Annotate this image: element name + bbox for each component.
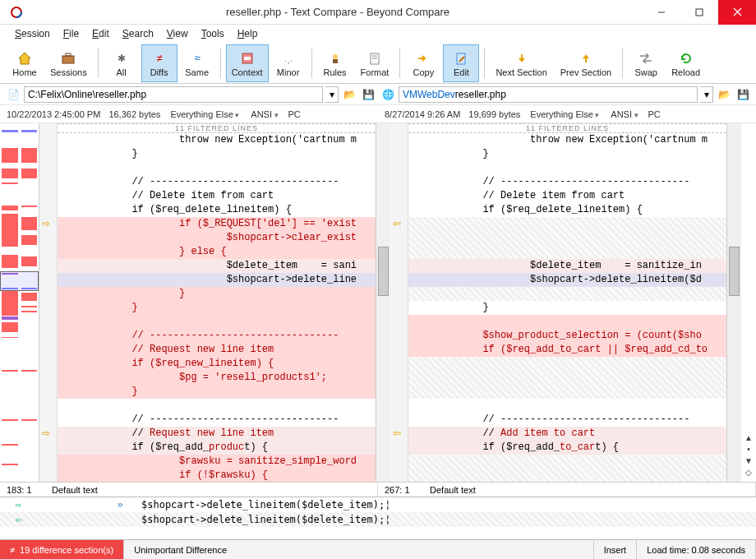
toolbar-context-button[interactable]: Context (226, 44, 269, 82)
copy-left-icon[interactable]: ⇦ (0, 514, 36, 525)
menu-tools[interactable]: Tools (195, 26, 231, 41)
toolbar-same-button[interactable]: ≈Same (179, 44, 215, 82)
nav-down-icon[interactable]: ▼ (744, 456, 753, 465)
toolbar-all-button[interactable]: ✱All (104, 44, 140, 82)
right-path-link[interactable]: VMWebDev (403, 89, 455, 100)
menu-session[interactable]: Session (8, 26, 57, 41)
toolbar-prev-section-button[interactable]: Prev Section (555, 44, 617, 82)
toolbar-rules-button[interactable]: Rules (317, 44, 353, 82)
code-line[interactable]: $pg = 'resell_products1'; (58, 371, 376, 385)
left-scrollbar[interactable] (376, 123, 390, 482)
code-line[interactable]: // -------------------------------- (58, 329, 376, 343)
code-line[interactable]: $show_product_selection = (count($sho (408, 329, 726, 343)
toolbar-diffs-button[interactable]: ≠Diffs (141, 44, 177, 82)
thumbnail-overview[interactable]: ▶ (0, 123, 39, 482)
code-line[interactable]: if ($req_delete_lineitem) { (408, 203, 726, 217)
toolbar-reload-button[interactable]: Reload (666, 44, 706, 82)
code-line[interactable]: if (!$rawsku) { (58, 469, 376, 482)
code-line[interactable] (408, 385, 726, 399)
code-line[interactable]: // -------------------------------- (58, 175, 376, 189)
code-line[interactable]: if ($req_add_product) { (58, 441, 376, 455)
menu-view[interactable]: View (160, 26, 195, 41)
code-line[interactable]: // Request new line item (58, 427, 376, 441)
nav-up-icon[interactable]: ▲ (744, 433, 753, 442)
right-path-input[interactable]: VMWebDev reseller.php (399, 86, 698, 103)
toolbar-swap-button[interactable]: Swap (628, 44, 664, 82)
code-line[interactable]: $shopcart->delete_lineitem($d (408, 273, 726, 287)
diff-marker-icon[interactable]: ⇦ (393, 427, 401, 439)
code-line[interactable]: throw new Exception('cartnum m (408, 133, 726, 147)
code-line[interactable]: } (408, 301, 726, 315)
right-filter-dropdown[interactable]: Everything Else (528, 109, 601, 119)
overview-viewport[interactable] (0, 271, 39, 291)
code-line[interactable]: } (58, 385, 376, 399)
menu-file[interactable]: File (57, 26, 85, 41)
left-open-button[interactable]: 📂 (341, 86, 357, 103)
left-path-dropdown[interactable]: ▾ (325, 86, 339, 103)
code-line[interactable]: // Add item to cart (408, 427, 726, 441)
code-line[interactable]: // Delete item from cart (58, 189, 376, 203)
toolbar-sessions-button[interactable]: Sessions (44, 44, 93, 82)
diff-marker-icon[interactable]: ⇨ (42, 218, 50, 229)
code-line[interactable]: } (58, 301, 376, 315)
code-line[interactable] (408, 455, 726, 469)
menu-search[interactable]: Search (116, 26, 160, 41)
code-line[interactable] (408, 231, 726, 245)
code-line[interactable]: // Request new line item (58, 343, 376, 357)
code-line[interactable]: $delete_item = sani (58, 259, 376, 273)
code-line[interactable]: $delete_item = sanitize_in (408, 259, 726, 273)
right-scrollbar[interactable] (726, 123, 741, 482)
nav-dot-icon[interactable]: • (747, 445, 750, 454)
menu-edit[interactable]: Edit (85, 26, 116, 41)
code-line[interactable]: // Delete item from cart (408, 189, 726, 203)
menu-help[interactable]: Help (231, 26, 265, 41)
close-button[interactable] (718, 0, 756, 25)
nav-end-icon[interactable]: ◇ (745, 468, 752, 477)
code-line[interactable] (408, 371, 726, 385)
code-line[interactable]: if ($req_delete_lineitem) { (58, 203, 376, 217)
right-open-button[interactable]: 📂 (716, 86, 732, 103)
code-line[interactable] (408, 161, 726, 175)
right-path-dropdown[interactable]: ▾ (700, 86, 713, 103)
code-line[interactable]: } (58, 147, 376, 161)
right-pane[interactable]: 11 FILTERED LINES throw new Exception('c… (408, 123, 726, 482)
right-save-button[interactable]: 💾 (735, 86, 751, 103)
minimize-button[interactable] (643, 0, 680, 25)
code-line[interactable] (408, 399, 726, 413)
code-line[interactable]: if ($_REQUEST['del'] == 'exist (58, 217, 376, 231)
code-line[interactable] (408, 245, 726, 259)
code-line[interactable]: throw new Exception('cartnum m (58, 133, 376, 147)
code-line[interactable] (408, 287, 726, 301)
code-line[interactable] (58, 161, 376, 175)
toolbar-copy-button[interactable]: Copy (405, 44, 441, 82)
code-line[interactable] (408, 315, 726, 329)
diff-marker-icon[interactable]: ⇨ (42, 427, 50, 439)
section-nav-icon[interactable]: » (102, 499, 138, 510)
left-path-input[interactable] (24, 86, 323, 103)
left-pane[interactable]: 11 FILTERED LINES throw new Exception('c… (58, 123, 376, 482)
left-encoding-dropdown[interactable]: ANSI (249, 109, 279, 119)
code-line[interactable] (408, 217, 726, 231)
right-encoding-dropdown[interactable]: ANSI (609, 109, 639, 119)
toolbar-edit-button[interactable]: Edit (443, 44, 479, 82)
code-line[interactable]: } else { (58, 245, 376, 259)
code-line[interactable]: $shopcart->delete_line (58, 273, 376, 287)
code-line[interactable]: } (408, 147, 726, 161)
toolbar-format-button[interactable]: Format (355, 44, 395, 82)
code-line[interactable]: } (58, 287, 376, 301)
code-line[interactable]: // -------------------------------- (58, 413, 376, 427)
code-line[interactable]: if ($req_add_to_cart) { (408, 441, 726, 455)
toolbar-minor-button[interactable]: .¸.Minor (270, 44, 307, 82)
copy-right-icon[interactable]: ⇨ (0, 499, 36, 510)
code-line[interactable]: $rawsku = sanitize_simple_word (58, 455, 376, 469)
code-line[interactable] (58, 315, 376, 329)
code-line[interactable]: if ($req_add_to_cart || $req_add_cd_to (408, 343, 726, 357)
left-save-button[interactable]: 💾 (360, 86, 376, 103)
code-line[interactable]: // -------------------------------- (408, 175, 726, 189)
code-line[interactable]: if ($req_new_lineitem) { (58, 357, 376, 371)
code-line[interactable]: // -------------------------------- (408, 413, 726, 427)
code-line[interactable] (58, 399, 376, 413)
toolbar-home-button[interactable]: Home (7, 44, 43, 82)
diff-marker-icon[interactable]: ⇦ (393, 218, 401, 229)
code-line[interactable] (408, 469, 726, 482)
